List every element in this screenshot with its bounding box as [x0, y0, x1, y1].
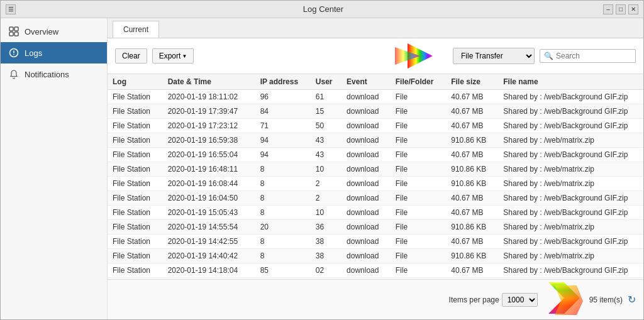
sidebar-item-logs-label: Logs — [25, 48, 42, 58]
maximize-btn[interactable]: □ — [616, 4, 626, 14]
table-row: File Station 2020-01-19 14:55:54 20 36 d… — [108, 220, 643, 234]
cell-filefolder: File — [391, 148, 446, 162]
cell-filesize: 40.67 MB — [446, 104, 498, 119]
cell-event: download — [341, 104, 391, 119]
tab-current[interactable]: Current — [113, 21, 159, 38]
cell-user: 2 — [311, 177, 341, 191]
clear-button[interactable]: Clear — [115, 48, 147, 63]
cell-ip: 20 — [255, 220, 311, 234]
cell-filename: Shared by : /web/matrix.zip — [498, 162, 643, 177]
cell-filefolder: File — [391, 191, 446, 206]
export-dropdown-arrow: ▼ — [182, 53, 187, 59]
cell-filename: Shared by : /web/Background GIF.zip — [498, 119, 643, 133]
cell-log: File Station — [108, 177, 163, 191]
sidebar-item-notifications-label: Notifications — [25, 70, 69, 79]
cell-ip: 84 — [255, 104, 311, 119]
cell-ip: 8 — [255, 234, 311, 249]
cell-user: 02 — [311, 263, 341, 278]
cell-filesize: 910.86 KB — [446, 133, 498, 148]
window-title: Log Center — [43, 4, 603, 14]
cell-filefolder: File — [391, 234, 446, 249]
cell-log: File Station — [108, 191, 163, 206]
cell-user: 43 — [311, 133, 341, 148]
window-controls: – □ ✕ — [603, 4, 638, 14]
cell-ip: 94 — [255, 133, 311, 148]
cell-datetime: 2020-01-19 16:59:38 — [163, 133, 255, 148]
cell-filefolder: File — [391, 220, 446, 234]
cell-ip: 94 — [255, 148, 311, 162]
items-per-page-select[interactable]: 100 500 1000 — [502, 293, 538, 307]
cell-user: 15 — [311, 104, 341, 119]
cell-filefolder: File — [391, 177, 446, 191]
cell-event: download — [341, 119, 391, 133]
rainbow-arrow-bottom — [545, 282, 583, 317]
minimize-btn[interactable]: – — [603, 4, 613, 14]
cell-filefolder: File — [391, 206, 446, 220]
cell-user: 10 — [311, 206, 341, 220]
filter-select[interactable]: File Transfer All System Connection — [453, 48, 535, 64]
cell-event: download — [341, 191, 391, 206]
cell-filesize: 910.86 KB — [446, 220, 498, 234]
grid-icon — [8, 26, 19, 37]
table-row: File Station 2020-01-19 15:05:43 8 10 do… — [108, 206, 643, 220]
items-per-page-control: Items per page 100 500 1000 — [449, 293, 538, 307]
search-input[interactable] — [556, 52, 631, 60]
table-container[interactable]: Log Date & Time IP address User Event Fi… — [108, 74, 643, 279]
col-event: Event — [341, 74, 391, 90]
table-body: File Station 2020-01-19 18:11:02 96 61 d… — [108, 90, 643, 280]
cell-filefolder: File — [391, 263, 446, 278]
window: ☰ Log Center – □ ✕ Overview — [0, 0, 644, 320]
col-ip: IP address — [255, 74, 311, 90]
cell-filesize: 40.67 MB — [446, 234, 498, 249]
cell-ip: 8 — [255, 249, 311, 263]
col-log: Log — [108, 74, 163, 90]
cell-log: File Station — [108, 206, 163, 220]
cell-ip: 71 — [255, 119, 311, 133]
col-datetime: Date & Time — [163, 74, 255, 90]
table-row: File Station 2020-01-19 17:39:47 84 15 d… — [108, 104, 643, 119]
refresh-button[interactable]: ↻ — [628, 294, 636, 306]
cell-ip: 8 — [255, 162, 311, 177]
cell-log: File Station — [108, 133, 163, 148]
tab-bar: Current — [108, 18, 643, 38]
items-per-page-label: Items per page — [449, 295, 499, 304]
cell-filename: Shared by : /web/Background GIF.zip — [498, 191, 643, 206]
cell-user: 43 — [311, 148, 341, 162]
table-row: File Station 2020-01-19 14:42:55 8 38 do… — [108, 234, 643, 249]
cell-filename: Shared by : /web/Background GIF.zip — [498, 234, 643, 249]
sidebar-item-overview[interactable]: Overview — [1, 21, 107, 42]
cell-datetime: 2020-01-19 16:08:44 — [163, 177, 255, 191]
cell-datetime: 2020-01-19 14:55:54 — [163, 220, 255, 234]
toolbar: Clear Export ▼ — [108, 38, 643, 74]
cell-datetime: 2020-01-19 15:05:43 — [163, 206, 255, 220]
cell-user: 10 — [311, 162, 341, 177]
bell-icon — [8, 69, 19, 80]
cell-ip: 85 — [255, 263, 311, 278]
cell-datetime: 2020-01-19 16:04:50 — [163, 191, 255, 206]
cell-datetime: 2020-01-19 14:42:55 — [163, 234, 255, 249]
cell-filesize: 910.86 KB — [446, 177, 498, 191]
table-row: File Station 2020-01-19 14:18:04 85 02 d… — [108, 263, 643, 278]
table-row: File Station 2020-01-19 16:08:44 8 2 dow… — [108, 177, 643, 191]
svg-rect-1 — [14, 27, 18, 31]
cell-log: File Station — [108, 220, 163, 234]
cell-filename: Shared by : /web/Background GIF.zip — [498, 148, 643, 162]
cell-user: 61 — [311, 90, 341, 104]
export-button[interactable]: Export ▼ — [152, 48, 194, 63]
window-menu-btn[interactable]: ☰ — [6, 4, 16, 14]
search-box: 🔍 — [540, 49, 636, 63]
log-table: Log Date & Time IP address User Event Fi… — [108, 74, 643, 279]
footer: Items per page 100 500 1000 — [108, 279, 643, 319]
close-btn[interactable]: ✕ — [628, 4, 638, 14]
search-icon: 🔍 — [544, 52, 553, 60]
sidebar-item-notifications[interactable]: Notifications — [1, 63, 107, 85]
table-row: File Station 2020-01-19 18:11:02 96 61 d… — [108, 90, 643, 104]
svg-rect-2 — [9, 32, 13, 36]
table-row: File Station 2020-01-19 16:55:04 94 43 d… — [108, 148, 643, 162]
col-filename: File name — [498, 74, 643, 90]
cell-datetime: 2020-01-19 18:11:02 — [163, 90, 255, 104]
cell-filename: Shared by : /web/matrix.zip — [498, 177, 643, 191]
sidebar-item-logs[interactable]: Logs — [1, 42, 107, 63]
rainbow-arrow-top — [395, 42, 445, 70]
cell-filesize: 40.67 MB — [446, 119, 498, 133]
